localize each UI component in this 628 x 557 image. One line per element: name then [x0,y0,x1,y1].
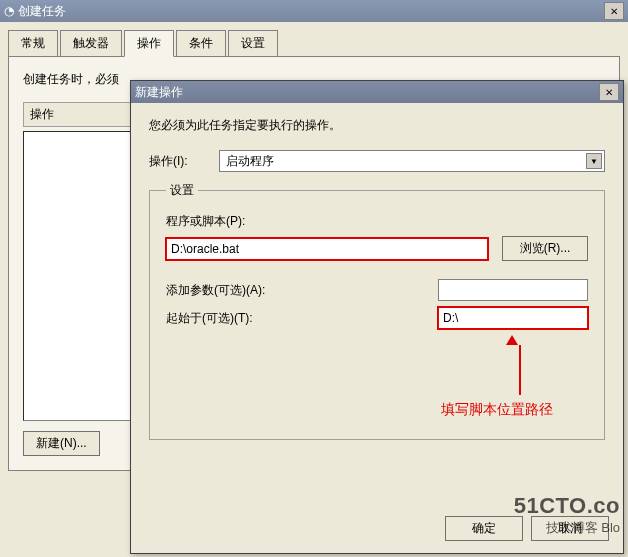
program-label: 程序或脚本(P): [166,213,588,230]
settings-fieldset: 设置 程序或脚本(P): 浏览(R)... 添加参数(可选)(A): 起始于(可… [149,182,605,440]
tab-conditions[interactable]: 条件 [176,30,226,57]
action-select[interactable]: 启动程序 ▼ [219,150,605,172]
hint-text: 创建任务时，必须 [23,72,119,86]
browse-button[interactable]: 浏览(R)... [502,236,588,261]
action-label: 操作(I): [149,153,219,170]
annotation-text: 填写脚本位置路径 [441,401,553,419]
dialog-instruction: 您必须为此任务指定要执行的操作。 [149,117,605,134]
tab-actions[interactable]: 操作 [124,30,174,57]
dialog-titlebar: 新建操作 ✕ [131,81,623,103]
tab-strip: 常规 触发器 操作 条件 设置 [8,30,628,57]
main-window-titlebar: ◔ 创建任务 ✕ [0,0,628,22]
arrow-line [519,345,521,395]
fieldset-legend: 设置 [166,182,198,199]
program-input[interactable] [166,238,488,260]
window-title: 创建任务 [18,3,66,20]
action-select-value: 启动程序 [226,153,274,170]
args-label: 添加参数(可选)(A): [166,282,326,299]
chevron-down-icon: ▼ [586,153,602,169]
tab-triggers[interactable]: 触发器 [60,30,122,57]
app-icon: ◔ [4,4,14,18]
cancel-button[interactable]: 取消 [531,516,609,541]
args-input[interactable] [438,279,588,301]
ok-button[interactable]: 确定 [445,516,523,541]
close-button[interactable]: ✕ [604,2,624,20]
dialog-title: 新建操作 [135,84,183,101]
new-button[interactable]: 新建(N)... [23,431,100,456]
tab-general[interactable]: 常规 [8,30,58,57]
startin-label: 起始于(可选)(T): [166,310,326,327]
dialog-close-button[interactable]: ✕ [599,83,619,101]
startin-input[interactable] [438,307,588,329]
tab-settings[interactable]: 设置 [228,30,278,57]
arrow-icon [506,335,518,345]
new-action-dialog: 新建操作 ✕ 您必须为此任务指定要执行的操作。 操作(I): 启动程序 ▼ 设置… [130,80,624,554]
